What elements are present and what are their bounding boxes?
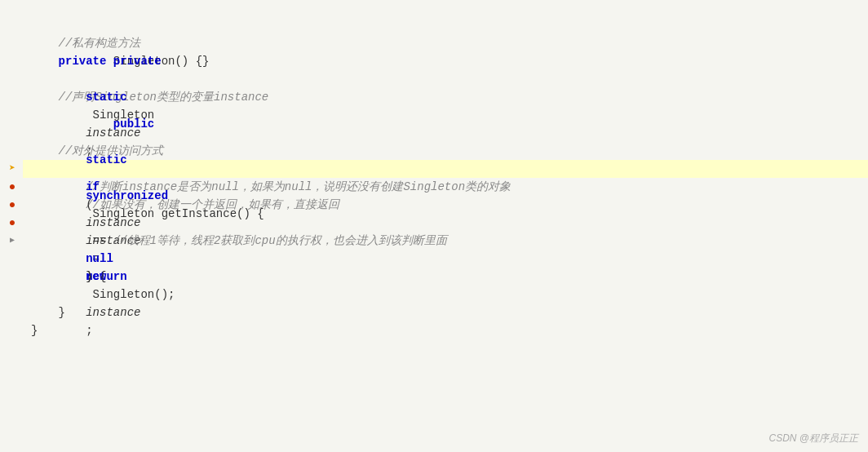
- code-line: [23, 16, 868, 34]
- code-lines: //私有构造方法 private Singleton() {} //声明Sing…: [23, 8, 868, 339]
- code-line: ▶ //线程1等待，线程2获取到cpu的执行权，也会进入到该判断里面: [23, 232, 868, 250]
- code-line: instance = new Singleton();: [23, 250, 868, 268]
- code-line: ● //如果没有，创建一个并返回，如果有，直接返回: [23, 196, 868, 214]
- watermark: CSDN @程序员正正: [768, 432, 858, 445]
- code-line-highlighted: ➤ public static synchronized Singleton g…: [23, 160, 868, 178]
- breakpoint-icon: ●: [5, 178, 20, 196]
- execution-arrow-icon: ➤: [5, 160, 20, 178]
- breakpoint-icon: ●: [5, 214, 20, 232]
- code-line: }: [23, 321, 868, 339]
- breakpoint-icon: ●: [5, 196, 20, 214]
- code-container: //私有构造方法 private Singleton() {} //声明Sing…: [0, 0, 868, 452]
- code-line: ● if ( instance == null ) {: [23, 214, 868, 232]
- sub-arrow-icon: ▶: [5, 232, 20, 250]
- code-line: ● //判断instance是否为null，如果为null，说明还没有创建Sin…: [23, 178, 868, 196]
